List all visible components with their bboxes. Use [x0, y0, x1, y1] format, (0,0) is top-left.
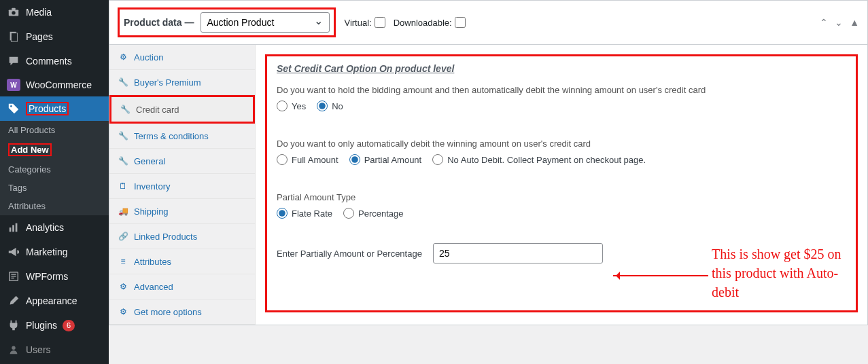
metabox-toggles: ⌃ ⌄ ▲ — [820, 17, 859, 28]
submenu-categories[interactable]: Categories — [0, 160, 109, 179]
amount-label: Enter Partially Amount or Percentage — [277, 249, 422, 259]
comment-icon — [7, 54, 20, 68]
downloadable-checkbox-wrap[interactable]: Downloadable: — [394, 17, 466, 28]
virtual-checkbox-wrap[interactable]: Virtual: — [344, 17, 385, 28]
tab-shipping[interactable]: 🚚 Shipping — [109, 199, 255, 224]
svg-rect-9 — [16, 223, 18, 232]
product-data-header: Product data — Auction Product Virtual: … — [109, 0, 868, 45]
note-icon: 🗒 — [118, 181, 128, 192]
partial-amount-input[interactable] — [433, 243, 603, 263]
gear-icon: ⚙ — [118, 281, 128, 292]
chart-icon — [7, 221, 20, 234]
tab-inventory[interactable]: 🗒 Inventory — [109, 174, 255, 199]
move-up-icon[interactable]: ⌃ — [820, 17, 828, 28]
wrench-icon: 🔧 — [118, 156, 128, 166]
q1-no[interactable]: No — [317, 101, 343, 111]
q2-partial[interactable]: Partial Amount — [349, 154, 422, 165]
virtual-checkbox[interactable] — [375, 17, 385, 28]
q3-flat[interactable]: Flate Rate — [277, 208, 332, 219]
section-heading: Set Credit Cart Option On product level — [277, 63, 846, 74]
collapse-icon[interactable]: ▲ — [850, 17, 859, 28]
sidebar-item-label: Users — [26, 344, 51, 355]
sidebar-submenu-products: All Products Add New Categories Tags Att… — [0, 121, 109, 215]
svg-rect-4 — [11, 33, 17, 42]
svg-rect-1 — [12, 8, 15, 11]
svg-rect-13 — [11, 278, 14, 278]
product-data-label: Product data — — [124, 17, 194, 28]
svg-rect-11 — [11, 274, 16, 274]
q3-percent[interactable]: Percentage — [343, 208, 404, 219]
sidebar-item-appearance[interactable]: Appearance — [0, 289, 109, 313]
woocommerce-icon: W — [7, 79, 20, 91]
annotation-text: This is show get $25 on this product wit… — [712, 244, 854, 302]
wrench-icon: 🔧 — [118, 77, 128, 88]
submenu-tags[interactable]: Tags — [0, 179, 109, 197]
wrench-icon: 🔧 — [120, 104, 131, 115]
sidebar-item-plugins[interactable]: Plugins 6 — [0, 313, 109, 338]
sidebar-item-label: Comments — [26, 56, 72, 67]
sidebar-item-label: WooCommerce — [26, 79, 92, 90]
sidebar-item-pages[interactable]: Pages — [0, 24, 109, 49]
form-icon — [7, 270, 20, 283]
product-data-tabs: ⚙ Auction 🔧 Buyer's Premium 🔧 Credit car… — [109, 45, 256, 325]
tag-icon — [7, 102, 20, 115]
downloadable-checkbox[interactable] — [455, 17, 466, 28]
gear-icon: ⚙ — [118, 306, 128, 317]
sidebar-item-label: WPForms — [26, 271, 68, 282]
submenu-attributes[interactable]: Attributes — [0, 197, 109, 215]
tab-auction[interactable]: ⚙ Auction — [109, 45, 255, 70]
link-icon: 🔗 — [118, 231, 128, 242]
main-content: Product data — Auction Product Virtual: … — [109, 0, 868, 364]
submenu-all-products[interactable]: All Products — [0, 121, 109, 139]
product-type-select[interactable]: Auction Product — [201, 12, 330, 33]
tab-advanced[interactable]: ⚙ Advanced — [109, 274, 255, 299]
q2-label: Do you want to only automatically debit … — [277, 139, 846, 149]
plug-icon — [7, 318, 20, 332]
sidebar-item-woocommerce[interactable]: W WooCommerce — [0, 73, 109, 96]
tab-linked[interactable]: 🔗 Linked Products — [109, 224, 255, 249]
sidebar-item-label: Media — [26, 7, 52, 18]
sidebar-item-users[interactable]: Users — [0, 338, 109, 362]
truck-icon: 🚚 — [118, 206, 128, 217]
sidebar-item-media[interactable]: Media — [0, 0, 109, 24]
sidebar-item-marketing[interactable]: Marketing — [0, 240, 109, 264]
tab-more-options[interactable]: ⚙ Get more options — [109, 299, 255, 325]
svg-rect-12 — [11, 276, 16, 276]
camera-icon — [7, 5, 20, 19]
sidebar-item-analytics[interactable]: Analytics — [0, 215, 109, 240]
sidebar-item-label: Appearance — [26, 295, 77, 306]
megaphone-icon — [7, 245, 20, 259]
move-down-icon[interactable]: ⌄ — [835, 17, 843, 28]
svg-point-14 — [12, 346, 15, 350]
svg-rect-7 — [10, 228, 12, 232]
svg-rect-8 — [12, 225, 14, 232]
q2-noauto[interactable]: No Auto Debit. Collect Payment on checko… — [432, 154, 646, 165]
tab-general[interactable]: 🔧 General — [109, 149, 255, 174]
q3-label: Partial Amount Type — [277, 192, 846, 202]
plugin-update-badge: 6 — [63, 320, 75, 331]
tab-credit-card[interactable]: 🔧 Credit card — [109, 95, 255, 124]
page-icon — [7, 30, 20, 43]
sidebar-item-label: Products — [26, 102, 69, 115]
svg-point-2 — [12, 11, 15, 14]
tab-buyers-premium[interactable]: 🔧 Buyer's Premium — [109, 70, 255, 95]
gear-icon: ⚙ — [118, 52, 128, 62]
sidebar-item-label: Plugins — [26, 320, 57, 331]
sidebar-item-label: Analytics — [26, 222, 64, 233]
user-icon — [7, 343, 20, 357]
sidebar-item-comments[interactable]: Comments — [0, 49, 109, 73]
annotation-arrow — [613, 275, 708, 276]
sidebar-item-label: Pages — [26, 31, 53, 42]
sidebar-item-wpforms[interactable]: WPForms — [0, 264, 109, 289]
tab-attributes[interactable]: ≡ Attributes — [109, 249, 255, 274]
brush-icon — [7, 294, 20, 308]
tab-terms[interactable]: 🔧 Terms & conditions — [109, 124, 255, 149]
q1-yes[interactable]: Yes — [277, 101, 306, 111]
svg-point-6 — [10, 105, 12, 107]
sidebar-item-products[interactable]: Products — [0, 96, 109, 121]
q2-full[interactable]: Full Amount — [277, 154, 338, 165]
submenu-add-new[interactable]: Add New — [0, 139, 109, 160]
wrench-icon: 🔧 — [118, 130, 128, 141]
q1-label: Do you want to hold the bidding amount a… — [277, 85, 846, 95]
sidebar-item-label: Marketing — [26, 247, 67, 257]
